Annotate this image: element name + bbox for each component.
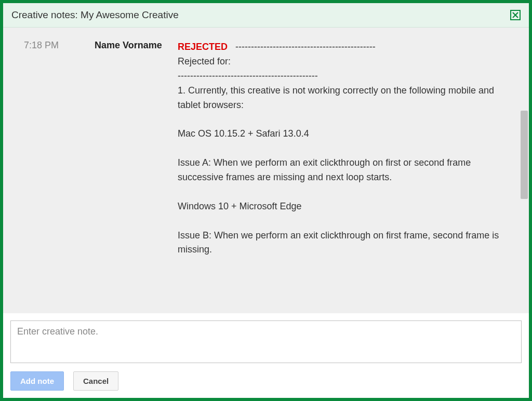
creative-notes-dialog: Creative notes: My Awesome Creative 7:18… bbox=[3, 3, 529, 398]
note-text: Issue A: When we perform an exit clickth… bbox=[178, 157, 471, 182]
close-icon bbox=[512, 11, 519, 19]
separator-line: ----------------------------------------… bbox=[178, 71, 318, 81]
dialog-header: Creative notes: My Awesome Creative bbox=[3, 3, 529, 28]
note-time: 7:18 PM bbox=[11, 40, 95, 51]
note-text: Mac OS 10.15.2 + Safari 13.0.4 bbox=[178, 128, 309, 139]
notes-list: 7:18 PM Name Vorname REJECTED ----------… bbox=[3, 28, 529, 313]
button-row: Add note Cancel bbox=[10, 371, 522, 391]
input-area: Add note Cancel bbox=[3, 313, 529, 398]
add-note-button[interactable]: Add note bbox=[10, 371, 64, 391]
note-entry: 7:18 PM Name Vorname REJECTED ----------… bbox=[11, 40, 521, 257]
dialog-title: Creative notes: My Awesome Creative bbox=[11, 9, 179, 21]
separator-line: ----------------------------------------… bbox=[235, 42, 376, 52]
scrollbar-thumb[interactable] bbox=[521, 111, 528, 199]
cancel-button[interactable]: Cancel bbox=[73, 371, 118, 391]
rejected-for-label: Rejected for: bbox=[178, 56, 231, 66]
note-text: 1. Currently, this creative is not worki… bbox=[178, 85, 494, 110]
status-badge: REJECTED bbox=[178, 42, 228, 52]
close-button[interactable] bbox=[510, 10, 521, 20]
note-author: Name Vorname bbox=[95, 40, 178, 51]
note-text: Issue B: When we perform an exit clickth… bbox=[178, 230, 499, 255]
separator-line bbox=[230, 42, 235, 52]
note-input[interactable] bbox=[10, 320, 522, 363]
note-text: Windows 10 + Microsoft Edge bbox=[178, 201, 302, 211]
note-body: REJECTED -------------------------------… bbox=[178, 40, 521, 257]
